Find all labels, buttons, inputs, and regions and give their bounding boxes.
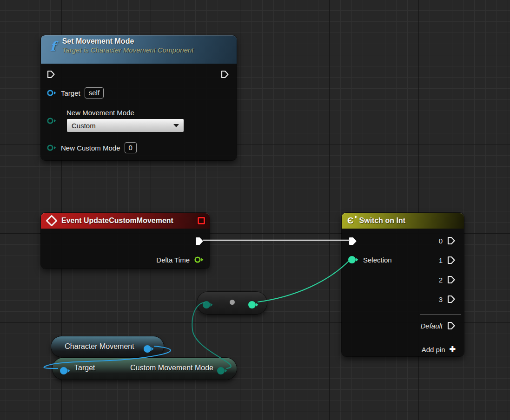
dropdown-caret-icon (173, 124, 179, 127)
character-movement-label: Character Movement (65, 342, 134, 351)
delta-time-pin-row[interactable]: Delta Time (156, 253, 204, 266)
node-title: Set Movement Mode (62, 37, 194, 46)
add-pin-label: Add pin (422, 346, 445, 354)
case-3-pin-row[interactable]: 3 (439, 293, 456, 306)
node-get-custom-movement-mode[interactable]: Target Custom Movement Mode (53, 358, 237, 380)
case-2-label: 2 (439, 276, 443, 284)
blueprint-graph-canvas[interactable]: f Set Movement Mode Target is Character … (0, 0, 510, 420)
delegate-pin[interactable] (198, 217, 205, 224)
conversion-input-pin[interactable] (202, 298, 213, 311)
byte-pin-icon (202, 301, 213, 309)
object-pin-icon (46, 89, 57, 97)
event-icon (46, 215, 57, 226)
node-header-set-movement-mode[interactable]: f Set Movement Mode Target is Character … (41, 35, 237, 64)
exec-input-pin[interactable] (348, 235, 357, 248)
case-1-pin-row[interactable]: 1 (439, 254, 456, 267)
case-1-label: 1 (439, 256, 443, 264)
exec-pin-icon (195, 236, 204, 246)
target-input-pin[interactable] (60, 364, 71, 377)
case-0-label: 0 (439, 237, 443, 245)
exec-pin-icon (46, 70, 55, 79)
switch-icon: Є (347, 216, 354, 225)
switch-icon-arrow (355, 216, 358, 218)
character-movement-output-pin[interactable] (143, 342, 154, 355)
node-character-movement[interactable]: Character Movement (51, 336, 164, 357)
case-2-pin-row[interactable]: 2 (439, 273, 456, 286)
movement-mode-dropdown-value: Custom (72, 122, 96, 130)
target-pin-label: Target (61, 89, 80, 97)
node-title: Event UpdateCustomMovement (61, 217, 173, 225)
conversion-output-pin[interactable] (248, 298, 259, 311)
new-movement-mode-pin[interactable] (46, 114, 57, 127)
byte-pin-icon (46, 144, 57, 151)
exec-pin-icon (220, 70, 229, 79)
node-subtitle: Target is Character Movement Component (62, 46, 194, 54)
custom-movement-mode-output-pin[interactable] (217, 364, 228, 377)
int-pin-icon (348, 256, 359, 264)
case-3-label: 3 (439, 295, 443, 303)
selection-pin-label: Selection (363, 256, 392, 264)
add-pin-button[interactable]: Add pin ✚ (422, 343, 456, 356)
node-header-switch[interactable]: Є Switch on Int (342, 213, 464, 229)
custom-movement-mode-label: Custom Movement Mode (130, 364, 213, 372)
conversion-dot-icon (230, 300, 235, 305)
node-title: Switch on Int (359, 217, 406, 225)
default-pin-label: Default (420, 322, 443, 330)
case-0-pin-row[interactable]: 0 (439, 234, 456, 247)
default-divider (420, 314, 461, 315)
target-self-value: self (85, 87, 104, 98)
exec-pin-icon (348, 236, 357, 246)
new-movement-mode-label: New Movement Mode (66, 109, 134, 117)
target-pin-label: Target (74, 364, 95, 372)
node-switch-on-int[interactable]: Є Switch on Int Selection 0 1 2 3 (342, 213, 464, 356)
add-pin-plus-icon: ✚ (450, 346, 456, 353)
exec-pin-icon (447, 295, 456, 304)
byte-pin-icon (217, 367, 228, 375)
byte-pin-icon (46, 117, 57, 125)
exec-output-pin[interactable] (220, 68, 229, 81)
new-custom-mode-label: New Custom Mode (61, 144, 120, 152)
default-pin-row[interactable]: Default (420, 319, 456, 332)
object-pin-icon (143, 345, 154, 353)
exec-pin-icon (447, 321, 456, 330)
node-header-event[interactable]: Event UpdateCustomMovement (41, 213, 210, 229)
exec-pin-icon (447, 236, 456, 245)
function-icon: f (50, 40, 56, 52)
node-set-movement-mode[interactable]: f Set Movement Mode Target is Character … (41, 35, 237, 160)
int-wire-conversion-to-selection (258, 260, 350, 302)
int-pin-icon (248, 301, 259, 309)
new-custom-mode-pin-row[interactable]: New Custom Mode 0 (46, 141, 137, 154)
exec-output-pin[interactable] (195, 235, 204, 248)
object-pin-icon (60, 367, 71, 375)
node-byte-to-int-conversion[interactable] (197, 292, 267, 314)
exec-input-pin[interactable] (46, 68, 55, 81)
exec-pin-icon (447, 275, 456, 284)
node-event-update-custom-movement[interactable]: Event UpdateCustomMovement Delta Time (41, 213, 210, 269)
target-pin-row[interactable]: Target self (46, 86, 104, 99)
new-custom-mode-input[interactable]: 0 (125, 142, 137, 153)
movement-mode-dropdown[interactable]: Custom (66, 118, 184, 132)
delta-time-label: Delta Time (156, 256, 190, 264)
float-pin-icon (194, 256, 204, 263)
exec-pin-icon (447, 256, 456, 265)
selection-pin-row[interactable]: Selection (348, 253, 392, 266)
